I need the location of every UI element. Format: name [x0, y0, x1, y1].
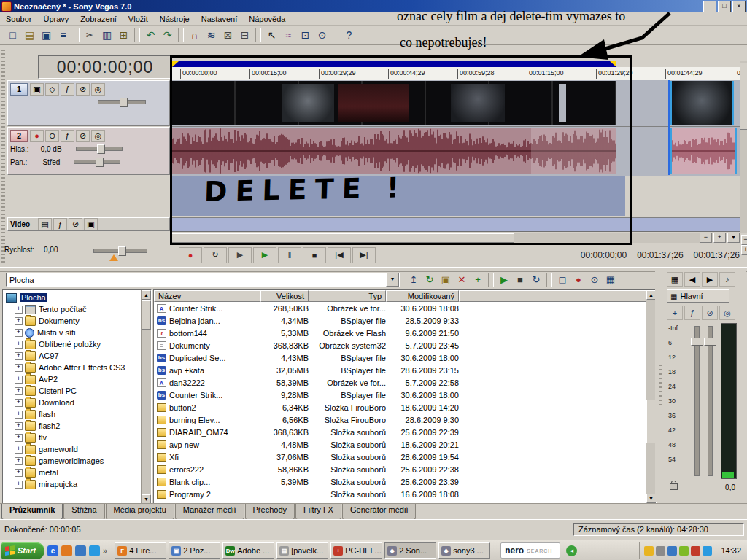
scroll-up-icon[interactable]: ▲	[142, 290, 151, 300]
tree-item-flash[interactable]: +flash	[3, 408, 151, 420]
show-desktop-icon[interactable]	[75, 545, 86, 556]
file-row-bejbina-jdan[interactable]: bsBejbina jdan...4,34MBBSplayer file28.5…	[154, 314, 656, 327]
menu-upravy[interactable]: Úpravy	[37, 14, 74, 24]
hscroll-thumb[interactable]	[171, 233, 514, 243]
lock-icon[interactable]	[670, 483, 678, 490]
track-2-header[interactable]: 2 ●⊖ƒ⊘◎ Hlas.: 0,0 dB Pan.: Střed	[7, 127, 170, 175]
taskbar-button-4-fire[interactable]: F4 Fire...	[115, 542, 166, 559]
file-row-burning-elev[interactable]: burning Elev...6,56KBSložka FirouBoro28.…	[154, 413, 656, 426]
fader-thumb-right[interactable]	[704, 338, 716, 346]
new-project-icon[interactable]: □	[4, 27, 21, 43]
video-bus-header[interactable]: Video ▤ƒ⊘▣	[7, 217, 170, 231]
stop-button[interactable]: ■	[303, 247, 326, 263]
event-edge-handle[interactable]	[670, 81, 672, 125]
tree-item-tento-pocitac[interactable]: +Tento počítač	[3, 303, 151, 315]
grid-icon[interactable]: ▦	[667, 272, 683, 287]
timecode-display[interactable]: 00:00:00;00	[38, 55, 172, 79]
track-fx-icon[interactable]: ƒ	[61, 83, 74, 96]
tab-manazer-medii[interactable]: Manažer médií	[175, 504, 244, 520]
stop-preview-icon[interactable]: ■	[512, 273, 528, 287]
tab-media-projektu[interactable]: Média projektu	[106, 504, 174, 520]
maximize-button[interactable]: □	[718, 1, 731, 12]
enable-snapping-icon[interactable]: ∩	[186, 27, 203, 43]
solo-icon[interactable]: ◎	[91, 130, 105, 142]
timeline-vertical-scrollbar[interactable]	[740, 61, 747, 233]
audio-event-1[interactable]	[172, 128, 616, 174]
file-row-counter-strik[interactable]: ACounter Strik...268,50KBObrázek ve for.…	[154, 302, 656, 314]
speaker-icon[interactable]: ♪	[719, 272, 735, 287]
bypass-motion-blur-icon[interactable]: ▣	[84, 218, 98, 230]
file-row-errors222[interactable]: errors22258,86KBSložka souborů25.6.2009 …	[154, 463, 656, 475]
fader-thumb-left[interactable]	[691, 338, 703, 346]
track-motion-icon[interactable]: ◇	[45, 83, 59, 96]
tree-item-gameworld[interactable]: +gameworld	[3, 443, 151, 455]
expand-toggle-icon[interactable]: +	[15, 364, 23, 372]
file-list-scrollbar[interactable]: ▲ ▼	[646, 290, 656, 503]
tree-item-mista-v-siti[interactable]: +Místa v síti	[3, 327, 151, 338]
address-combo[interactable]: Plocha ▾	[6, 273, 400, 287]
auto-ripple-icon[interactable]: ≋	[203, 27, 220, 43]
track-2-volume-thumb[interactable]	[97, 144, 105, 154]
expand-toggle-icon[interactable]: +	[15, 329, 23, 337]
track-1-header[interactable]: 1 ▣◇ƒ⊘◎	[7, 80, 170, 126]
tab-filtry-fx[interactable]: Filtry FX	[295, 504, 341, 520]
menu-vlozit[interactable]: Vložit	[123, 14, 154, 24]
compositing-mode-icon[interactable]: ▤	[38, 218, 52, 230]
expand-toggle-icon[interactable]: +	[15, 446, 23, 454]
video-track[interactable]	[170, 80, 740, 127]
track-2-number[interactable]: 2	[10, 130, 28, 142]
close-button[interactable]: ×	[732, 1, 746, 12]
master-fader-right[interactable]	[708, 326, 713, 476]
save-project-icon[interactable]: ▣	[38, 27, 55, 43]
time-length[interactable]: 00:01:37;26	[694, 250, 740, 260]
event-edge-handle[interactable]	[732, 81, 734, 125]
record-button[interactable]: ●	[179, 247, 202, 263]
taskbar-button-sony3[interactable]: ◆sony3 ...	[438, 542, 490, 559]
loop-region-bar[interactable]	[172, 61, 616, 67]
tree-item-gameworldimages[interactable]: +gameworldimages	[3, 455, 151, 467]
tab-prechody[interactable]: Přechody	[245, 504, 295, 520]
panel-splitter[interactable]	[655, 271, 665, 502]
minimize-button[interactable]: _	[703, 1, 716, 12]
zoom-out-time-button[interactable]: −	[700, 233, 712, 243]
event-edge-handle[interactable]	[670, 128, 672, 174]
media-player-icon[interactable]	[89, 545, 100, 556]
refresh-icon[interactable]: ↻	[422, 273, 438, 287]
tree-item-download[interactable]: +Download	[3, 397, 151, 408]
envelope-edit-tool-icon[interactable]: ≈	[280, 27, 297, 43]
file-row-bottom144[interactable]: fbottom1445,33MBObrázek ve Flash9.6.2009…	[154, 327, 656, 339]
go-to-start-button[interactable]: |◀	[328, 247, 351, 263]
media-manager-icon[interactable]: ●	[570, 273, 587, 287]
tab-strizna[interactable]: Střižna	[63, 504, 104, 520]
track-fx-icon[interactable]: ƒ	[61, 130, 74, 142]
taskbar-button-2-son[interactable]: ◆2 Son...	[384, 542, 436, 559]
start-preview-icon[interactable]: ▶	[496, 273, 512, 287]
open-project-icon[interactable]: ▤	[21, 27, 38, 43]
shield-icon[interactable]	[644, 546, 654, 556]
paste-icon[interactable]: ⊞	[115, 27, 132, 43]
volume-icon[interactable]	[656, 546, 665, 556]
tree-item-avp2[interactable]: +AvP2	[3, 373, 151, 385]
nero-search-band[interactable]: nero SEARCH	[500, 542, 560, 559]
next-icon[interactable]: ▶	[702, 272, 718, 287]
add-bus-icon[interactable]: +	[667, 306, 683, 320]
track-1-level-thumb[interactable]	[120, 98, 128, 107]
tree-item-oblibene-polozky[interactable]: +Oblíbené položky	[3, 338, 151, 350]
normal-edit-tool-icon[interactable]: ↖	[263, 27, 280, 43]
redo-icon[interactable]: ↷	[159, 27, 176, 43]
column-header-velikost[interactable]: Velikost	[260, 290, 309, 302]
address-dropdown-icon[interactable]: ▾	[386, 273, 399, 287]
tree-item-adobe-after-effects-cs3[interactable]: +Adobe After Effects CS3	[3, 362, 151, 373]
delete-icon[interactable]: ✕	[454, 273, 470, 287]
expand-toggle-icon[interactable]: +	[15, 306, 23, 314]
video-event-1[interactable]	[172, 81, 616, 125]
event-edge-handle[interactable]	[735, 128, 737, 174]
file-row-dan32222[interactable]: Adan3222258,39MBObrázek ve for...5.7.200…	[154, 376, 656, 389]
vscroll-thumb[interactable]	[740, 63, 747, 130]
tree-item-metal[interactable]: +metal	[3, 467, 151, 478]
audio-event-2[interactable]	[670, 128, 737, 174]
master-fader-left[interactable]	[694, 326, 700, 476]
file-row-xfi[interactable]: Xfi37,06MBSložka souborů28.6.2009 19:54	[154, 451, 656, 463]
zoom-in-time-button[interactable]: +	[713, 233, 726, 243]
rate-marker-icon[interactable]	[109, 254, 118, 261]
